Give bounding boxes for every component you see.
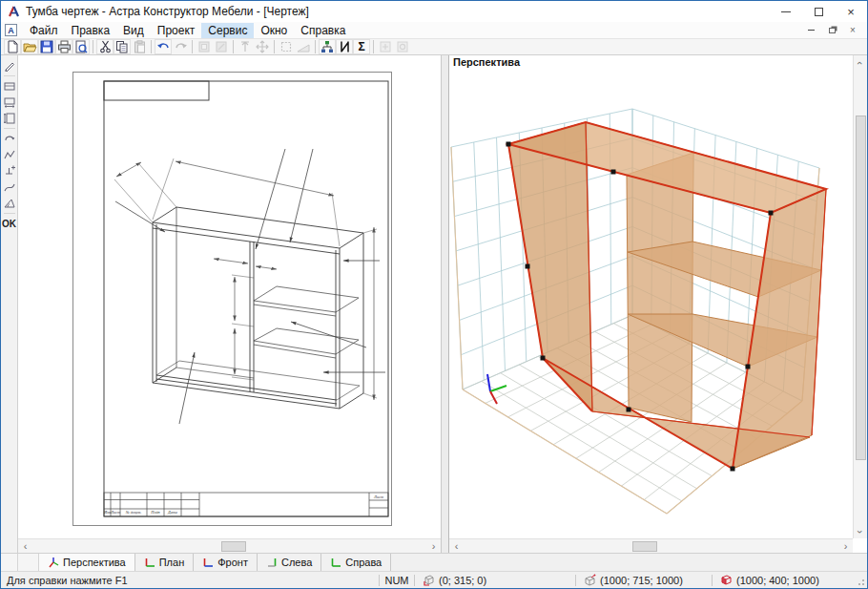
print-preview-button[interactable] (72, 39, 90, 54)
tab-right[interactable]: Справа (321, 554, 391, 571)
document-icon[interactable]: A (5, 24, 17, 36)
panel-tool[interactable] (2, 78, 17, 94)
disabled-tool-3[interactable] (377, 39, 394, 54)
raise-tool[interactable] (237, 39, 254, 54)
toolbar-separator (373, 40, 374, 53)
mdi-minimize-icon (808, 30, 815, 31)
right-scroll-track[interactable] (464, 539, 838, 553)
menu-service[interactable]: Сервис (201, 23, 254, 38)
tab-left[interactable]: Слева (258, 554, 321, 571)
view-3d[interactable] (449, 55, 853, 538)
disabled-tool-1[interactable] (196, 39, 213, 54)
right-vscroll-thumb[interactable] (856, 116, 866, 461)
perspective-panel[interactable]: Перспектива (448, 55, 867, 553)
mdi-close-button[interactable]: × (846, 25, 859, 36)
disabled-tool-4[interactable] (394, 39, 411, 54)
print-button[interactable] (55, 39, 72, 54)
right-horizontal-scrollbar[interactable]: ‹ › (449, 538, 853, 553)
toolbar-separator (93, 40, 93, 53)
panel-splitter[interactable] (442, 55, 448, 553)
tab-front[interactable]: Фронт (194, 554, 258, 571)
select-tool[interactable] (278, 39, 295, 54)
axes-left-icon (266, 557, 278, 568)
technical-drawing-svg: Изм Лист № докум. Подп Дата Лист (72, 72, 392, 526)
polyline-tool[interactable] (2, 147, 17, 162)
scroll-up-icon[interactable]: ‹ (854, 55, 868, 70)
scroll-left-icon[interactable]: ‹ (18, 539, 32, 554)
mdi-minimize-button[interactable] (804, 25, 817, 36)
menu-project[interactable]: Проект (151, 23, 202, 38)
scroll-right-icon[interactable]: › (838, 539, 853, 554)
svg-text:№ докум.: № докум. (125, 510, 142, 515)
move-tool[interactable] (254, 39, 271, 54)
add-point-tool[interactable] (2, 163, 17, 179)
drawing-panel[interactable]: Изм Лист № докум. Подп Дата Лист (18, 55, 442, 553)
menu-bar: A Файл Правка Вид Проект Сервис Окно Спр… (1, 22, 867, 39)
save-button[interactable] (38, 39, 55, 54)
move-icon (256, 40, 269, 53)
right-vertical-scrollbar[interactable]: ‹ › (853, 55, 867, 538)
maximize-button[interactable] (802, 1, 835, 22)
raise-icon (239, 40, 251, 53)
spline-tool[interactable] (2, 179, 17, 195)
structure-button[interactable] (319, 39, 336, 54)
slope-tool[interactable] (295, 39, 312, 54)
tab-label: Справа (345, 557, 382, 568)
left-scroll-thumb[interactable] (221, 541, 246, 552)
rotate-tool[interactable] (2, 131, 17, 146)
tab-corner-cell (18, 554, 39, 571)
protractor-tool[interactable] (2, 196, 17, 211)
polyline-icon (4, 149, 15, 160)
position-cube-icon (720, 574, 733, 586)
copy-button[interactable] (114, 39, 131, 54)
right-vscroll-track[interactable] (854, 70, 867, 524)
cut-button[interactable] (96, 39, 114, 54)
tab-label: План (159, 557, 185, 568)
menu-window[interactable]: Окно (254, 23, 294, 38)
disabled-icon-4 (396, 40, 409, 53)
scroll-left-icon[interactable]: ‹ (449, 539, 464, 554)
mdi-restore-button[interactable] (825, 25, 838, 36)
open-button[interactable] (21, 39, 38, 54)
minimize-icon (781, 11, 791, 12)
cabinet-3d[interactable] (506, 122, 827, 472)
cut-icon (99, 40, 112, 53)
scroll-down-icon[interactable]: › (854, 524, 868, 538)
drawing-sheet: Изм Лист № докум. Подп Дата Лист (72, 72, 392, 526)
menu-help[interactable]: Справка (294, 23, 352, 38)
toolbar-separator (192, 40, 193, 53)
app-logo-icon (7, 5, 20, 18)
close-button[interactable]: × (835, 1, 867, 22)
scroll-right-icon[interactable]: › (426, 539, 441, 554)
tab-perspective[interactable]: Перспектива (39, 554, 135, 571)
redo-button[interactable] (172, 39, 189, 54)
undo-button[interactable] (155, 39, 172, 54)
resize-grip[interactable] (854, 572, 867, 588)
ok-button[interactable]: OK (2, 216, 17, 231)
menu-view[interactable]: Вид (116, 23, 151, 38)
workspace: OK (1, 55, 867, 553)
menu-file[interactable]: Файл (23, 23, 65, 38)
dimension-h-tool[interactable] (2, 95, 17, 110)
status-object-position: (1000; 400; 1000) (713, 574, 854, 586)
left-horizontal-scrollbar[interactable]: ‹ › (18, 538, 441, 553)
num-lock-indicator: NUM (380, 575, 414, 586)
left-scroll-track[interactable] (32, 539, 426, 553)
disabled-tool-2[interactable] (213, 39, 230, 54)
fittings-button[interactable] (336, 39, 353, 54)
dimension-v-tool[interactable] (2, 111, 17, 126)
menu-edit[interactable]: Правка (65, 23, 117, 38)
new-button[interactable] (4, 39, 21, 54)
right-scroll-thumb[interactable] (632, 541, 657, 552)
protractor-icon (4, 198, 15, 209)
paste-button[interactable] (131, 39, 148, 54)
tab-plan[interactable]: План (135, 554, 195, 571)
coord-value: (0; 315; 0) (439, 575, 486, 586)
toolbar-separator (233, 40, 234, 53)
minimize-button[interactable] (770, 1, 802, 22)
sum-button[interactable]: Σ (353, 39, 370, 54)
side-separator (4, 75, 15, 76)
pencil-tool[interactable] (2, 58, 17, 74)
svg-text:Подп: Подп (150, 510, 159, 515)
status-help-text: Для справки нажмите F1 (1, 575, 379, 586)
